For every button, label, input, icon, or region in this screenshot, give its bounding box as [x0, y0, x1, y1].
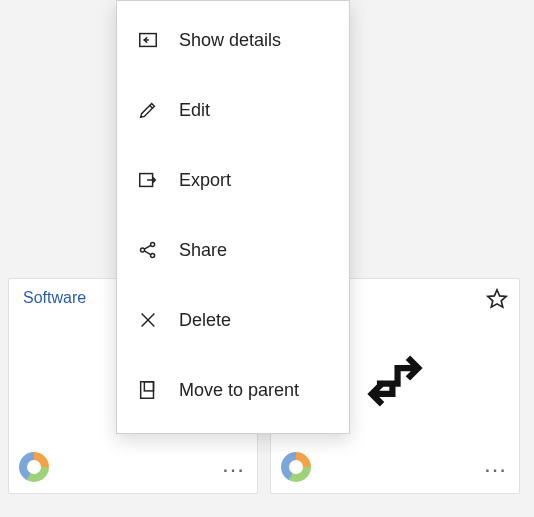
- delete-icon: [135, 309, 161, 331]
- menu-delete[interactable]: Delete: [117, 285, 349, 355]
- menu-share[interactable]: Share: [117, 215, 349, 285]
- export-icon: [135, 169, 161, 191]
- menu-edit[interactable]: Edit: [117, 75, 349, 145]
- card-footer: …: [271, 447, 519, 493]
- svg-point-4: [151, 253, 155, 257]
- move-parent-icon: [135, 379, 161, 401]
- menu-move-to-parent[interactable]: Move to parent: [117, 355, 349, 425]
- svg-point-2: [140, 248, 144, 252]
- menu-label: Show details: [179, 30, 281, 51]
- pie-chart-icon: [19, 452, 49, 482]
- menu-export[interactable]: Export: [117, 145, 349, 215]
- menu-label: Edit: [179, 100, 210, 121]
- details-icon: [135, 29, 161, 51]
- svg-rect-6: [144, 382, 153, 391]
- menu-label: Delete: [179, 310, 231, 331]
- menu-label: Move to parent: [179, 380, 299, 401]
- card-footer: …: [9, 447, 257, 493]
- menu-label: Share: [179, 240, 227, 261]
- svg-rect-5: [141, 382, 154, 399]
- edit-icon: [135, 99, 161, 121]
- menu-show-details[interactable]: Show details: [117, 5, 349, 75]
- more-button[interactable]: …: [221, 459, 247, 475]
- menu-label: Export: [179, 170, 231, 191]
- more-button[interactable]: …: [483, 459, 509, 475]
- transfer-arrows-icon: [364, 350, 426, 412]
- svg-point-3: [151, 242, 155, 246]
- favorite-star-icon[interactable]: [485, 287, 509, 315]
- share-icon: [135, 239, 161, 261]
- pie-chart-icon: [281, 452, 311, 482]
- context-menu: Show details Edit Export Share Delete Mo…: [116, 0, 350, 434]
